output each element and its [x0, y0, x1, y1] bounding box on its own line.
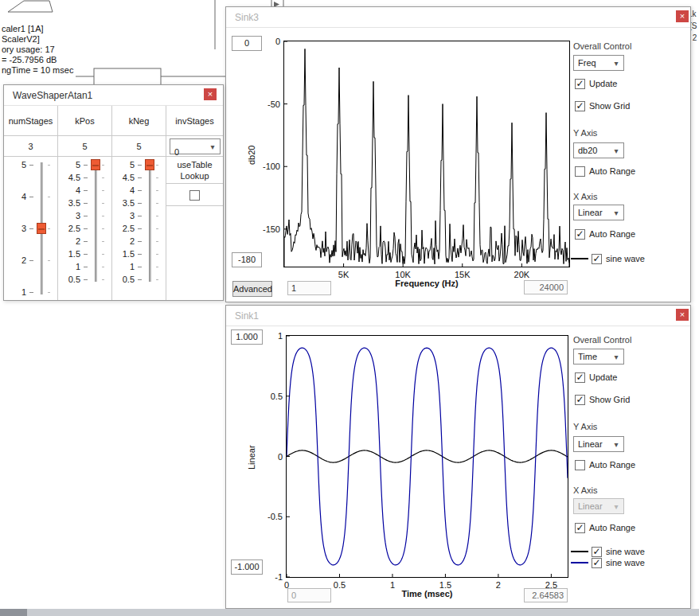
column-header: kPos: [58, 106, 111, 136]
chevron-down-icon: ▾: [611, 57, 622, 69]
y-autorange-checkbox[interactable]: [575, 166, 585, 177]
combo-value: Linear: [578, 208, 603, 217]
y-max-value-box[interactable]: 1.000: [231, 329, 263, 345]
overall-control-combo[interactable]: Freq ▾: [573, 55, 624, 71]
slider-tick-label: 2: [112, 236, 135, 246]
slider-tick-label: 4: [4, 192, 26, 201]
diagram-info-text: caler1 [1A] ScalerV2] ory usage: 17 = -2…: [2, 24, 73, 76]
y-min-value-box[interactable]: -180: [232, 252, 262, 267]
x-start-input[interactable]: 0: [287, 588, 331, 602]
legend-label: sine wave: [606, 558, 645, 567]
x-start-input[interactable]: 1: [287, 281, 331, 295]
x-autorange-row: ✓Auto Range: [575, 228, 635, 240]
legend-line-swatch: [571, 551, 588, 552]
update-checkbox[interactable]: ✓: [575, 372, 585, 383]
showgrid-checkbox[interactable]: ✓: [575, 395, 585, 405]
chevron-down-icon: ▾: [611, 439, 622, 450]
invstages-combo[interactable]: 0 ▾: [170, 138, 221, 154]
combo-value: db20: [578, 146, 597, 155]
taskbar-corner: [0, 609, 27, 616]
legend-checkbox[interactable]: ✓: [592, 558, 602, 568]
yaxis-combo[interactable]: Linear ▾: [573, 436, 624, 452]
xaxis-combo[interactable]: Linear ▾: [573, 498, 624, 514]
waveshaper-table: numStages 3 54321 kPos 5 54.543.532.521.…: [4, 106, 223, 300]
showgrid-checkbox[interactable]: ✓: [575, 101, 585, 111]
xaxis-combo[interactable]: Linear ▾: [573, 205, 624, 220]
slider-handle-numStages[interactable]: [37, 223, 46, 234]
slider-tick-label: 2.5: [58, 224, 80, 233]
waveshaper-titlebar[interactable]: WaveShaperAtan1 ×: [4, 85, 223, 106]
overall-control-label: Overall Control: [573, 41, 631, 51]
column-header: numStages: [4, 106, 57, 136]
showgrid-label: Show Grid: [589, 101, 630, 111]
close-icon[interactable]: ×: [204, 88, 217, 100]
combo-value: Time: [578, 352, 597, 361]
legend-checkbox[interactable]: ✓: [592, 254, 602, 264]
y-autorange-label: Auto Range: [589, 166, 635, 176]
yaxis-section-label: Y Axis: [573, 128, 597, 138]
x-end-input[interactable]: 2.64583: [524, 588, 568, 602]
x-end-input[interactable]: 24000: [524, 280, 568, 294]
kpos-slider[interactable]: 54.543.532.521.510.5: [58, 157, 111, 302]
usetable-line2: Lookup: [166, 170, 223, 181]
y-autorange-checkbox[interactable]: [575, 460, 585, 470]
update-row: ✓Update: [575, 77, 617, 89]
slider-track[interactable]: [149, 162, 151, 282]
kneg-value[interactable]: 5: [112, 136, 166, 157]
update-checkbox[interactable]: ✓: [575, 79, 585, 89]
slider-tick-label: 5: [4, 160, 26, 170]
taskbar-strip: [0, 609, 699, 616]
slider-tick-label: 1.5: [58, 249, 80, 259]
slider-track[interactable]: [95, 162, 97, 282]
y-tick-label: 1: [278, 331, 283, 341]
showgrid-row: ✓Show Grid: [575, 393, 630, 405]
slider-tick-label: 3: [112, 211, 135, 220]
slider-tick-label: 1: [4, 287, 26, 297]
close-icon[interactable]: ×: [676, 10, 689, 22]
sink1-window: Sink1 × 1.000 -1.000 Linear 10.50-0.5-10…: [225, 305, 691, 609]
x-autorange-checkbox[interactable]: ✓: [575, 229, 585, 240]
numstages-value[interactable]: 3: [4, 136, 57, 157]
screen: caler1 [1A] ScalerV2] ory usage: 17 = -2…: [0, 0, 699, 616]
diagram-block: [94, 68, 161, 85]
combo-value: Linear: [578, 501, 603, 511]
yaxis-combo[interactable]: db20 ▾: [573, 142, 624, 158]
plot-canvas: [284, 41, 569, 267]
overall-control-combo[interactable]: Time ▾: [573, 349, 624, 365]
update-row: ✓Update: [575, 371, 617, 383]
legend-checkbox[interactable]: ✓: [592, 547, 602, 557]
sink1-plot[interactable]: 10.50-0.5-100.511.522.5: [286, 335, 568, 578]
y-tick-label: -150: [263, 224, 280, 234]
update-label: Update: [589, 79, 617, 88]
close-icon[interactable]: ×: [676, 309, 689, 321]
y-autorange-row: Auto Range: [575, 165, 635, 177]
sink3-plot[interactable]: 0-50-100-1505K10K15K20K: [283, 41, 570, 267]
kneg-slider[interactable]: 54.543.532.521.510.5: [112, 157, 166, 302]
y-tick-label: -50: [267, 99, 280, 109]
kpos-value[interactable]: 5: [58, 136, 111, 157]
numstages-slider[interactable]: 54321: [4, 157, 57, 302]
legend-row: ✓sine wave: [571, 252, 645, 263]
slider-handle-kNeg[interactable]: [145, 159, 154, 170]
slider-tick-label: 5: [58, 160, 80, 170]
combo-value: Freq: [578, 58, 596, 68]
showgrid-label: Show Grid: [589, 395, 630, 404]
slider-handle-kPos[interactable]: [91, 159, 100, 170]
legend-label: sine wave: [606, 547, 645, 556]
y-min-value-box[interactable]: -1.000: [231, 559, 263, 575]
legend-label: sine wave: [606, 254, 645, 263]
legend-row: ✓sine wave: [571, 545, 645, 556]
usetable-checkbox[interactable]: [189, 190, 200, 201]
y-tick-label: -0.5: [267, 512, 283, 521]
slider-tick-label: 3.5: [58, 198, 80, 208]
diagram-shape: [8, 1, 53, 12]
sink1-titlebar[interactable]: Sink1 ×: [226, 306, 690, 326]
sink3-titlebar[interactable]: Sink3 ×: [226, 7, 690, 28]
y-max-value-box[interactable]: 0: [232, 36, 262, 51]
y-axis-title: db20: [247, 146, 256, 165]
x-autorange-checkbox[interactable]: ✓: [575, 523, 585, 533]
y-tick-label: 0: [275, 37, 280, 46]
waveshaper-window: WaveShaperAtan1 × numStages 3 54321 kPos…: [3, 84, 224, 301]
advanced-button[interactable]: Advanced: [232, 281, 272, 297]
chevron-down-icon: ▾: [207, 141, 218, 153]
